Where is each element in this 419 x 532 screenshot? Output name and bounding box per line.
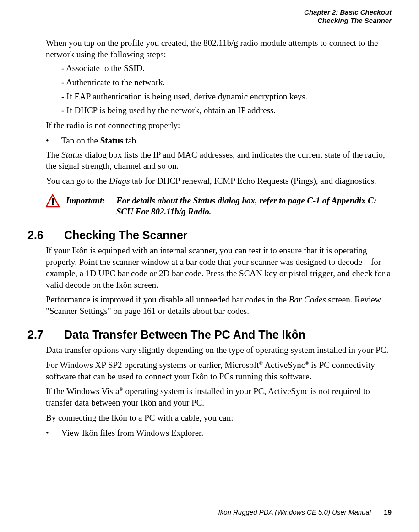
page-header: Chapter 2: Basic Checkout Checking The S… xyxy=(27,8,392,25)
registered-icon: ® xyxy=(259,360,263,366)
step-item: - Associate to the SSID. xyxy=(61,63,392,74)
bullet-item: • View Ikôn files from Windows Explorer. xyxy=(46,428,392,439)
section-title: Data Transfer Between The PC And The Ikô… xyxy=(64,327,305,342)
section-number: 2.6 xyxy=(27,228,64,243)
intro-paragraph: When you tap on the profile you created,… xyxy=(46,38,392,60)
step-item: - If EAP authentication is being used, d… xyxy=(61,91,392,103)
header-section: Checking The Scanner xyxy=(27,16,392,25)
connection-steps-list: - Associate to the SSID. - Authenticate … xyxy=(61,63,392,116)
important-callout: Important: For details about the Status … xyxy=(46,195,392,218)
registered-icon: ® xyxy=(305,360,309,366)
bullet-text: Tap on the Status tab. xyxy=(61,135,138,147)
section-2-7-p2: For Windows XP SP2 operating systems or … xyxy=(46,360,392,383)
important-text: For details about the Status dialog box,… xyxy=(116,195,392,218)
not-connecting-paragraph: If the radio is not connecting properly: xyxy=(46,120,392,132)
bullet-icon: • xyxy=(46,135,61,147)
header-chapter: Chapter 2: Basic Checkout xyxy=(27,8,392,16)
bullet-item: • Tap on the Status tab. xyxy=(46,135,392,147)
bullet-text: View Ikôn files from Windows Explorer. xyxy=(61,428,203,439)
footer-title: Ikôn Rugged PDA (Windows CE 5.0) User Ma… xyxy=(218,508,371,516)
warning-icon xyxy=(46,194,65,208)
section-2-6-p2: Performance is improved if you disable a… xyxy=(46,294,392,317)
section-2-6-p1: If your Ikôn is equipped with an interna… xyxy=(46,245,392,291)
footer-page-number: 19 xyxy=(384,508,392,516)
section-2-7-p1: Data transfer options vary slightly depe… xyxy=(46,345,392,356)
bullet-icon: • xyxy=(46,428,61,439)
section-number: 2.7 xyxy=(27,327,64,342)
section-2-7-p3: If the Windows Vista® operating system i… xyxy=(46,386,392,409)
section-heading-2-6: 2.6 Checking The Scanner xyxy=(46,228,392,243)
diags-paragraph: You can go to the Diags tab for DHCP ren… xyxy=(46,176,392,187)
status-paragraph: The Status dialog box lists the IP and M… xyxy=(46,149,392,172)
svg-point-2 xyxy=(52,203,54,205)
section-heading-2-7: 2.7 Data Transfer Between The PC And The… xyxy=(46,327,392,342)
section-title: Checking The Scanner xyxy=(64,228,188,243)
svg-rect-1 xyxy=(52,198,54,203)
important-label: Important: xyxy=(66,195,116,207)
page-footer: Ikôn Rugged PDA (Windows CE 5.0) User Ma… xyxy=(218,508,392,517)
section-2-7-p4: By connecting the Ikôn to a PC with a ca… xyxy=(46,412,392,424)
step-item: - Authenticate to the network. xyxy=(61,77,392,88)
step-item: - If DHCP is being used by the network, … xyxy=(61,105,392,116)
registered-icon: ® xyxy=(119,386,123,392)
